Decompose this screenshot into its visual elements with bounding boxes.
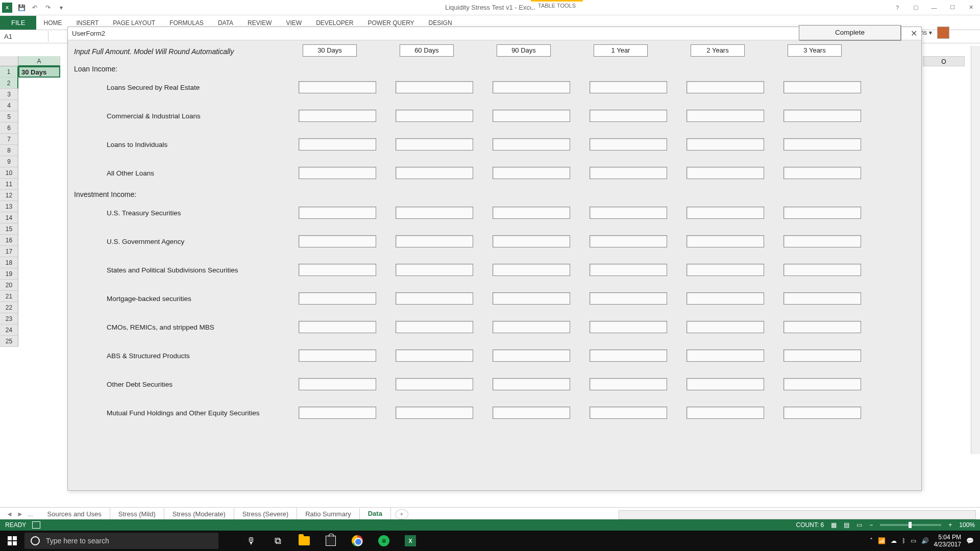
view-normal-icon[interactable]: ▦ bbox=[831, 521, 837, 529]
inv-4-input-period-0[interactable] bbox=[299, 321, 376, 333]
inv-1-input-period-3[interactable] bbox=[590, 235, 667, 247]
sheet-nav[interactable]: ◄ ► ... bbox=[0, 510, 39, 518]
inv-7-input-period-5[interactable] bbox=[783, 407, 861, 419]
macro-record-icon[interactable] bbox=[32, 521, 40, 529]
sheet-tab-stress-mild[interactable]: Stress (Mild) bbox=[110, 508, 164, 520]
task-view-icon[interactable]: ⧉ bbox=[265, 531, 290, 551]
close-window-icon[interactable]: ✕ bbox=[964, 3, 978, 13]
inv-6-input-period-1[interactable] bbox=[396, 378, 473, 390]
inv-2-input-period-1[interactable] bbox=[396, 264, 473, 276]
ribbon-tab-home[interactable]: HOME bbox=[36, 16, 69, 30]
inv-3-input-period-5[interactable] bbox=[783, 292, 861, 305]
loan-3-input-period-2[interactable] bbox=[493, 167, 570, 179]
inv-2-input-period-3[interactable] bbox=[590, 264, 667, 276]
row-header-9[interactable]: 9 bbox=[0, 156, 18, 167]
inv-5-input-period-1[interactable] bbox=[396, 349, 473, 362]
sheet-nav-prev-icon[interactable]: ◄ bbox=[6, 510, 13, 518]
inv-7-input-period-0[interactable] bbox=[299, 407, 376, 419]
loan-0-input-period-2[interactable] bbox=[493, 81, 570, 93]
zoom-slider[interactable] bbox=[880, 524, 941, 526]
inv-0-input-period-0[interactable] bbox=[299, 207, 376, 219]
save-icon[interactable]: 💾 bbox=[15, 2, 28, 14]
inv-5-input-period-0[interactable] bbox=[299, 349, 376, 362]
loan-3-input-period-4[interactable] bbox=[687, 167, 764, 179]
spotify-icon[interactable]: ≡ bbox=[372, 531, 396, 551]
row-header-23[interactable]: 23 bbox=[0, 313, 18, 324]
inv-0-input-period-5[interactable] bbox=[783, 207, 861, 219]
row-header-2[interactable]: 2 bbox=[0, 78, 18, 89]
inv-5-input-period-5[interactable] bbox=[783, 349, 861, 362]
loan-3-input-period-3[interactable] bbox=[590, 167, 667, 179]
row-header-12[interactable]: 12 bbox=[0, 190, 18, 201]
inv-1-input-period-4[interactable] bbox=[687, 235, 764, 247]
row-header-1[interactable]: 1 bbox=[0, 66, 18, 78]
inv-5-input-period-4[interactable] bbox=[687, 349, 764, 362]
row-header-4[interactable]: 4 bbox=[0, 100, 18, 111]
loan-1-input-period-2[interactable] bbox=[493, 110, 570, 122]
inv-0-input-period-1[interactable] bbox=[396, 207, 473, 219]
mic-icon[interactable]: 🎙 bbox=[239, 531, 263, 551]
chrome-icon[interactable] bbox=[345, 531, 370, 551]
inv-3-input-period-4[interactable] bbox=[687, 292, 764, 305]
tray-overflow-icon[interactable]: ˄ bbox=[870, 537, 873, 544]
loan-2-input-period-5[interactable] bbox=[783, 138, 861, 151]
start-button[interactable] bbox=[0, 531, 24, 551]
inv-0-input-period-4[interactable] bbox=[687, 207, 764, 219]
inv-3-input-period-0[interactable] bbox=[299, 292, 376, 305]
row-header-6[interactable]: 6 bbox=[0, 122, 18, 134]
sheet-tab-ratio-summary[interactable]: Ratio Summary bbox=[297, 508, 360, 520]
inv-1-input-period-2[interactable] bbox=[493, 235, 570, 247]
inv-7-input-period-1[interactable] bbox=[396, 407, 473, 419]
volume-icon[interactable]: 🔊 bbox=[921, 537, 929, 544]
inv-1-input-period-0[interactable] bbox=[299, 235, 376, 247]
row-header-18[interactable]: 18 bbox=[0, 257, 18, 268]
inv-4-input-period-3[interactable] bbox=[590, 321, 667, 333]
vertical-scrollbar[interactable] bbox=[971, 46, 980, 454]
inv-0-input-period-3[interactable] bbox=[590, 207, 667, 219]
inv-7-input-period-2[interactable] bbox=[493, 407, 570, 419]
inv-4-input-period-5[interactable] bbox=[783, 321, 861, 333]
sheet-nav-next-icon[interactable]: ► bbox=[17, 510, 23, 518]
row-header-14[interactable]: 14 bbox=[0, 212, 18, 223]
ribbon-display-icon[interactable]: ▢ bbox=[909, 3, 923, 13]
loan-1-input-period-5[interactable] bbox=[783, 110, 861, 122]
redo-icon[interactable]: ↷ bbox=[42, 2, 54, 14]
inv-2-input-period-0[interactable] bbox=[299, 264, 376, 276]
row-header-17[interactable]: 17 bbox=[0, 246, 18, 257]
undo-icon[interactable]: ↶ bbox=[29, 2, 41, 14]
loan-0-input-period-4[interactable] bbox=[687, 81, 764, 93]
column-header-a[interactable]: A bbox=[18, 56, 60, 66]
bluetooth-icon[interactable]: ᛒ bbox=[902, 537, 905, 544]
inv-1-input-period-1[interactable] bbox=[396, 235, 473, 247]
close-icon[interactable]: ✕ bbox=[911, 29, 917, 38]
cell-a1[interactable]: 30 Days bbox=[18, 66, 60, 78]
inv-6-input-period-4[interactable] bbox=[687, 378, 764, 390]
row-header-16[interactable]: 16 bbox=[0, 235, 18, 246]
inv-7-input-period-4[interactable] bbox=[687, 407, 764, 419]
file-tab[interactable]: FILE bbox=[0, 16, 36, 30]
loan-0-input-period-1[interactable] bbox=[396, 81, 473, 93]
name-box[interactable]: A1 bbox=[0, 31, 48, 42]
row-header-20[interactable]: 20 bbox=[0, 280, 18, 291]
minimize-icon[interactable]: — bbox=[927, 3, 941, 13]
inv-3-input-period-1[interactable] bbox=[396, 292, 473, 305]
taskbar-search[interactable]: Type here to search bbox=[24, 533, 218, 549]
new-sheet-button[interactable]: + bbox=[395, 509, 408, 519]
inv-4-input-period-1[interactable] bbox=[396, 321, 473, 333]
loan-2-input-period-2[interactable] bbox=[493, 138, 570, 151]
inv-2-input-period-5[interactable] bbox=[783, 264, 861, 276]
view-page-break-icon[interactable]: ▭ bbox=[856, 521, 862, 529]
onedrive-icon[interactable]: ☁ bbox=[891, 537, 897, 544]
inv-6-input-period-0[interactable] bbox=[299, 378, 376, 390]
loan-1-input-period-1[interactable] bbox=[396, 110, 473, 122]
loan-2-input-period-3[interactable] bbox=[590, 138, 667, 151]
inv-6-input-period-3[interactable] bbox=[590, 378, 667, 390]
horizontal-scrollbar[interactable] bbox=[619, 510, 976, 519]
loan-1-input-period-4[interactable] bbox=[687, 110, 764, 122]
sheet-tab-stress-severe[interactable]: Stress (Severe) bbox=[234, 508, 297, 520]
loan-2-input-period-4[interactable] bbox=[687, 138, 764, 151]
zoom-out-icon[interactable]: − bbox=[869, 521, 873, 529]
inv-5-input-period-3[interactable] bbox=[590, 349, 667, 362]
sheet-tab-stress-moderate[interactable]: Stress (Moderate) bbox=[164, 508, 234, 520]
wifi-icon[interactable]: 📶 bbox=[878, 537, 886, 544]
